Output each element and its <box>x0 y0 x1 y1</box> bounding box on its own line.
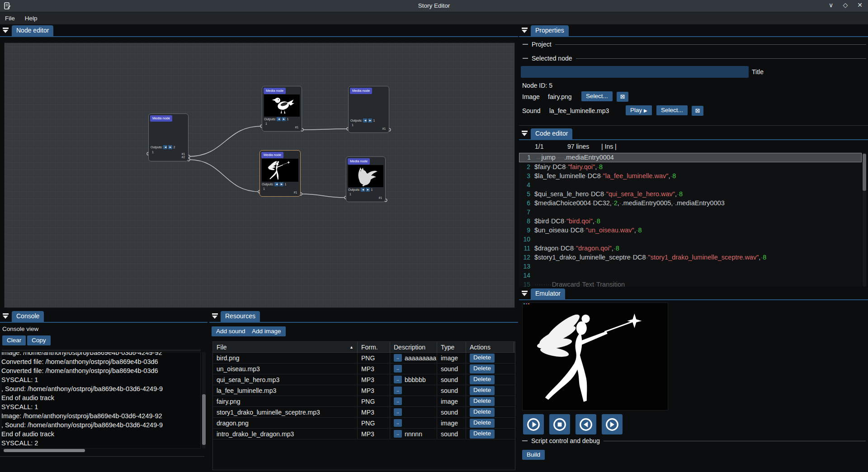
line-number: 14 <box>519 271 534 280</box>
collapse-icon[interactable] <box>522 28 528 34</box>
sound-label: Sound <box>522 107 540 114</box>
node-title-input[interactable] <box>521 66 749 78</box>
console-copy-button[interactable]: Copy <box>27 335 51 345</box>
console-output[interactable]: Image: /home/anthony/ostproj/ba869e4b-03… <box>1 352 201 448</box>
edit-description-button[interactable]: .. <box>394 376 402 383</box>
type-cell: image <box>437 396 466 406</box>
format-cell: MP3 <box>358 429 390 439</box>
collapse-icon[interactable] <box>522 291 528 297</box>
project-section: Project <box>523 41 866 48</box>
decrease-outputs-button[interactable]: ◀ <box>361 188 365 192</box>
file-name-cell: la_fee_luminelle.mp3 <box>213 385 358 396</box>
increase-outputs-button[interactable]: ▶ <box>279 182 283 186</box>
delete-button[interactable]: Delete <box>470 430 495 439</box>
node-type-badge: Media node <box>264 88 286 94</box>
table-row: qui_sera_le_hero.mp3MP3..bbbbbbsoundDele… <box>213 374 515 385</box>
graph-node-selected[interactable]: Media nodeOutputs:◀▶11#1 <box>259 150 301 197</box>
column-header-file[interactable]: File▲ <box>213 342 358 352</box>
sound-select-button[interactable]: Select... <box>656 105 688 115</box>
collapse-icon[interactable] <box>522 131 528 137</box>
add-sound-button[interactable]: Add sound <box>212 326 250 336</box>
decrease-outputs-button[interactable]: ◀ <box>277 117 281 121</box>
edit-description-button[interactable]: .. <box>394 397 402 405</box>
format-cell: MP3 <box>358 374 390 385</box>
scrollbar-thumb[interactable] <box>863 154 866 191</box>
code-line-count: 97 lines <box>567 143 589 150</box>
console-clear-button[interactable]: Clear <box>2 335 26 345</box>
column-header-description[interactable]: Description <box>390 342 437 352</box>
decrease-outputs-button[interactable]: ◀ <box>274 182 278 186</box>
menu-item-file[interactable]: File <box>0 13 20 24</box>
outputs-label: Outputs: <box>264 118 276 121</box>
scrollbar-thumb[interactable] <box>202 394 206 445</box>
tab-underline <box>519 139 868 140</box>
increase-outputs-button[interactable]: ▶ <box>368 118 372 123</box>
emulator-stop-button[interactable] <box>549 414 570 434</box>
titlebar: Story Editor ∨ ◇ ✕ <box>0 0 868 12</box>
collapse-icon[interactable] <box>3 313 9 320</box>
console-view-label: Console view <box>2 326 38 332</box>
increase-outputs-button[interactable]: ▶ <box>282 117 286 121</box>
edit-description-button[interactable]: .. <box>394 430 402 438</box>
tab-console[interactable]: Console <box>12 311 44 322</box>
edit-description-button[interactable]: .. <box>394 387 402 394</box>
decrease-outputs-button[interactable]: ◀ <box>363 118 367 123</box>
close-button[interactable]: ✕ <box>856 1 863 9</box>
selected-node-section-label: Selected node <box>532 55 572 62</box>
collapse-icon[interactable] <box>3 28 9 34</box>
delete-button[interactable]: Delete <box>470 354 495 363</box>
tab-properties[interactable]: Properties <box>531 25 569 36</box>
node-outputs-row: Outputs:◀▶1 <box>350 118 375 123</box>
graph-node[interactable]: Media nodeOutputs:◀▶11#1 <box>346 156 386 202</box>
scrollbar-thumb[interactable] <box>4 449 85 452</box>
increase-outputs-button[interactable]: ▶ <box>366 188 370 192</box>
collapse-icon[interactable] <box>212 313 218 320</box>
emulator-prev-button[interactable] <box>576 414 596 434</box>
sound-clear-button[interactable]: ⊠ <box>692 106 703 116</box>
tab-resources[interactable]: Resources <box>221 311 260 322</box>
image-select-button[interactable]: Select... <box>581 91 613 101</box>
minimize-button[interactable]: ∨ <box>827 1 835 9</box>
delete-button[interactable]: Delete <box>470 364 495 373</box>
edit-description-button[interactable]: .. <box>394 408 402 416</box>
menu-item-help[interactable]: Help <box>20 13 42 24</box>
decrease-outputs-button[interactable]: ◀ <box>163 145 167 149</box>
increase-outputs-button[interactable]: ▶ <box>168 145 172 149</box>
delete-button[interactable]: Delete <box>470 419 495 428</box>
node-output-port-label: #1 <box>294 191 297 194</box>
emulator-next-button[interactable] <box>602 414 623 434</box>
column-header-actions[interactable]: Actions <box>466 342 514 352</box>
delete-button[interactable]: Delete <box>470 375 495 384</box>
fairy-image <box>262 159 298 182</box>
graph-node[interactable]: Media nodeOutputs:◀▶11#1 <box>262 86 302 132</box>
edit-description-button[interactable]: .. <box>394 365 402 373</box>
console-line: End of audio track <box>1 393 200 402</box>
emulator-play-button[interactable] <box>523 414 544 434</box>
actions-cell: Delete <box>466 385 514 396</box>
graph-node[interactable]: Media nodeOutputs:◀▶11#1 <box>348 86 389 133</box>
column-header-form[interactable]: Form. <box>358 342 390 352</box>
add-image-button[interactable]: Add image <box>247 326 286 336</box>
node-outputs-row: Outputs:◀▶2 <box>151 145 175 149</box>
description-text: nnnnn <box>405 430 422 438</box>
column-header-type[interactable]: Type <box>437 342 466 352</box>
node-input-label: 1 <box>263 187 265 190</box>
image-clear-button[interactable]: ⊠ <box>617 92 628 102</box>
delete-button[interactable]: Delete <box>470 397 495 406</box>
tab-emulator[interactable]: Emulator <box>531 288 565 299</box>
tab-node-editor[interactable]: Node editor <box>12 25 53 36</box>
console-line: End of audio track <box>1 430 200 439</box>
node-graph-canvas[interactable]: Media nodeOutputs:◀▶21#1#2Media nodeOutp… <box>4 42 515 308</box>
code-editor-area[interactable]: 1→jump····.mediaEntry00042$fairy·DC8·"fa… <box>519 153 862 287</box>
delete-button[interactable]: Delete <box>470 408 495 417</box>
build-button[interactable]: Build <box>522 450 545 460</box>
sound-play-button[interactable]: Play ▶ <box>626 105 652 115</box>
image-filename: fairy.png <box>548 93 572 100</box>
edit-description-button[interactable]: .. <box>394 354 402 362</box>
outputs-count: 1 <box>373 119 375 122</box>
graph-node[interactable]: Media nodeOutputs:◀▶21#1#2 <box>148 113 189 161</box>
tab-code-editor[interactable]: Code editor <box>531 128 572 139</box>
maximize-button[interactable]: ◇ <box>842 1 849 9</box>
edit-description-button[interactable]: .. <box>394 419 402 427</box>
delete-button[interactable]: Delete <box>470 386 495 395</box>
